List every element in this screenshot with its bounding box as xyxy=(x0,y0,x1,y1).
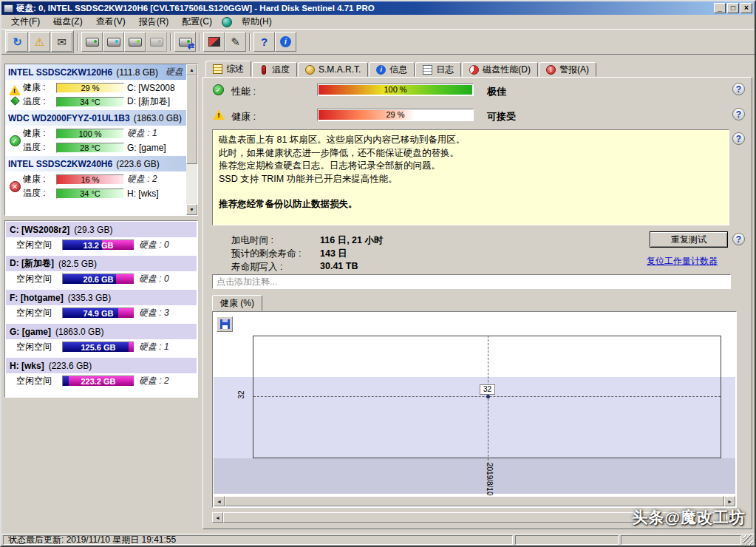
menu-help[interactable]: 帮助(H) xyxy=(235,14,279,30)
disk-status-button[interactable] xyxy=(81,32,103,52)
scroll-right-button[interactable]: ► xyxy=(724,496,735,506)
disk-header[interactable]: WDC WD2000FYYZ-01UL1B3 (1863.0 GB) xyxy=(5,110,186,126)
surface-map-button[interactable] xyxy=(203,32,225,52)
application-window: 硬盘: 0, INTEL SSDSC2KW120H6 [CVLT617506LS… xyxy=(0,0,756,547)
tab-temperature[interactable]: 温度 xyxy=(252,62,297,77)
scrollbar-thumb[interactable] xyxy=(225,496,724,506)
temp-bar: 28 °C xyxy=(56,143,124,153)
disk-item-0[interactable]: INTEL SSDSC2KW120H6 (111.8 GB) 硬盘 ! 健康 : xyxy=(5,64,186,110)
close-button[interactable]: × xyxy=(740,3,752,13)
scrollbar-thumb[interactable] xyxy=(186,75,197,164)
disk-size: (111.8 GB) xyxy=(116,67,158,78)
performance-rating: 极佳 xyxy=(487,85,506,98)
help-icon[interactable]: ? xyxy=(732,83,745,95)
disk-item-1[interactable]: WDC WD2000FYYZ-01UL1B3 (1863.0 GB) ✓ 健康 … xyxy=(5,110,186,156)
disk-item-2[interactable]: INTEL SSDSC2KW240H6 (223.6 GB) ✕ 健康 : 16… xyxy=(5,156,186,202)
alert-status-button[interactable]: ⚠ xyxy=(29,32,50,52)
partition-header[interactable]: G: [game] (1863.0 GB) xyxy=(6,324,197,339)
menu-view[interactable]: 查看(V) xyxy=(89,14,132,30)
description-line: 此时，如果健康状态进一步降低，还不能保证硬盘的替换。 xyxy=(219,147,723,160)
chart-tab-health[interactable]: 健康 (%) xyxy=(212,295,262,311)
menu-file[interactable]: 文件(F) xyxy=(4,14,47,30)
health-value: 29 % xyxy=(318,109,473,120)
help-icon[interactable]: ? xyxy=(732,233,745,245)
help-icon[interactable]: ? xyxy=(732,108,745,120)
partition-name: D: [新加卷] xyxy=(10,257,54,270)
restore-button[interactable]: □ xyxy=(727,3,739,13)
free-space-value: 223.2 GB xyxy=(63,376,134,386)
partition-item-0[interactable]: C: [WS2008r2] (29.3 GB) 空闲空间 13.2 GB 硬盘 … xyxy=(6,222,197,253)
help-toolbar-button[interactable]: ? xyxy=(253,32,275,52)
partition-item-3[interactable]: G: [game] (1863.0 GB) 空闲空间 125.6 GB 硬盘 :… xyxy=(6,324,197,355)
temp-value: 34 °C xyxy=(57,98,123,106)
tab-overview[interactable]: 综述 xyxy=(205,61,251,77)
tab-alerts[interactable]: ! 警报(A) xyxy=(539,62,596,77)
scrollbar-track[interactable] xyxy=(186,75,197,204)
retest-button[interactable]: 重复测试 xyxy=(650,231,728,248)
disk-list-panel: INTEL SSDSC2KW120H6 (111.8 GB) 硬盘 ! 健康 : xyxy=(4,64,198,216)
tab-disk-performance[interactable]: 磁盘性能(D) xyxy=(462,62,538,77)
reset-workload-link[interactable]: 复位工作量计数器 xyxy=(647,255,718,268)
disk-list-scrollbar[interactable]: ▲ ▼ xyxy=(186,64,197,215)
partition-header[interactable]: H: [wks] (223.6 GB) xyxy=(6,358,197,373)
status-bar: 状态最后更新: 2019/11/10 星期日 19:41:55 xyxy=(1,534,755,546)
refresh-button[interactable]: ↻ xyxy=(7,32,28,52)
performance-icon xyxy=(469,65,479,75)
partition-item-4[interactable]: H: [wks] (223.6 GB) 空闲空间 223.2 GB 硬盘 : 2 xyxy=(6,358,197,389)
disk-transfer-button[interactable]: ⇄ xyxy=(174,32,196,52)
partition-disk-label: 硬盘 : 3 xyxy=(139,307,169,319)
partition-name: G: [game] xyxy=(10,327,51,337)
tab-smart[interactable]: S.M.A.R.T. xyxy=(298,62,368,77)
warning-icon: ⚠ xyxy=(35,36,44,47)
description-line: SSD 支持 TRIM 功能并已开启来提高性能。 xyxy=(219,173,723,186)
health-bar: 16 % xyxy=(56,174,124,185)
disk-header[interactable]: INTEL SSDSC2KW240H6 (223.6 GB) xyxy=(5,156,186,171)
message-button[interactable]: ✉ xyxy=(51,32,72,52)
status-message: 状态最后更新: 2019/11/10 星期日 19:41:55 xyxy=(3,535,513,545)
minimize-button[interactable]: _ xyxy=(714,3,726,13)
edit-button[interactable]: ✎ xyxy=(225,32,246,52)
disk-remove-button[interactable] xyxy=(146,32,167,52)
title-bar: 硬盘: 0, INTEL SSDSC2KW120H6 [CVLT617506LS… xyxy=(1,1,755,15)
ok-icon: ✓ xyxy=(10,135,21,146)
disk-surface-button[interactable] xyxy=(124,32,146,52)
temperature-icon xyxy=(262,65,266,75)
partition-header[interactable]: C: [WS2008r2] (29.3 GB) xyxy=(6,222,197,237)
disk-name: WDC WD2000FYYZ-01UL1B3 xyxy=(8,113,130,123)
scroll-up-button[interactable]: ▲ xyxy=(186,64,197,75)
info-toolbar-button[interactable]: i xyxy=(275,32,296,52)
disk-list: INTEL SSDSC2KW120H6 (111.8 GB) 硬盘 ! 健康 : xyxy=(5,64,186,215)
chart-scrollbar[interactable]: ◄ ► xyxy=(214,496,735,506)
disk-detect-button[interactable] xyxy=(103,32,124,52)
free-space-value: 125.6 GB xyxy=(63,342,134,352)
menu-disk[interactable]: 磁盘(Z) xyxy=(47,14,89,30)
comment-input[interactable] xyxy=(212,274,731,289)
info-icon: i xyxy=(376,65,386,75)
partition-size: (82.5 GB) xyxy=(58,259,97,269)
free-space-value: 74.9 GB xyxy=(63,308,134,318)
tab-log[interactable]: 日志 xyxy=(415,62,461,77)
disk-size: (1863.0 GB) xyxy=(134,113,182,123)
partition-header[interactable]: F: [hotgame] (335.3 GB) xyxy=(6,290,197,305)
tab-label: 综述 xyxy=(226,63,244,75)
info-icon: i xyxy=(280,36,291,47)
performance-bar: 100 % xyxy=(317,84,474,96)
toolbar-group-main: ↻ ⚠ ✉ xyxy=(5,30,74,53)
help-icon[interactable]: ? xyxy=(732,132,745,145)
resize-grip[interactable] xyxy=(743,535,753,545)
save-chart-button[interactable] xyxy=(217,316,233,332)
app-icon xyxy=(4,4,13,13)
scroll-down-button[interactable]: ▼ xyxy=(186,204,197,215)
status-cell xyxy=(515,535,619,545)
transfer-icon: ⇄ xyxy=(188,41,194,51)
partition-header[interactable]: D: [新加卷] (82.5 GB) xyxy=(6,256,197,271)
disk-header[interactable]: INTEL SSDSC2KW120H6 (111.8 GB) 硬盘 xyxy=(5,64,186,80)
menu-report[interactable]: 报告(R) xyxy=(132,14,176,30)
scroll-left-button[interactable]: ◄ xyxy=(212,512,223,523)
tab-information[interactable]: i 信息 xyxy=(369,62,415,77)
menu-config[interactable]: 配置(C) xyxy=(175,14,219,30)
partition-item-2[interactable]: F: [hotgame] (335.3 GB) 空闲空间 74.9 GB 硬盘 … xyxy=(6,290,197,321)
partition-item-1[interactable]: D: [新加卷] (82.5 GB) 空闲空间 20.6 GB 硬盘 : 0 xyxy=(6,256,197,287)
scroll-left-button[interactable]: ◄ xyxy=(214,496,225,506)
tab-label: 磁盘性能(D) xyxy=(483,64,531,76)
